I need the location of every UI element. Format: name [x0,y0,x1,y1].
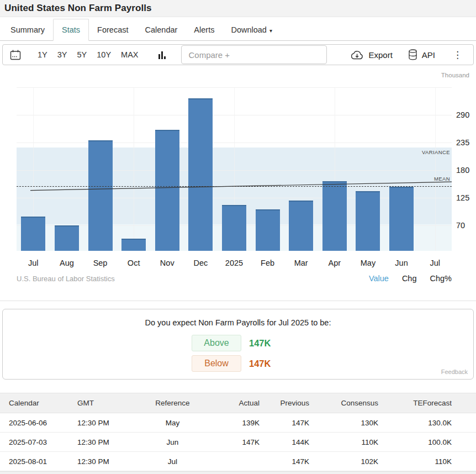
y-tick-label: 70 [456,221,465,230]
x-tick-label: Apr [318,259,352,267]
chart-plot-area[interactable]: VARIANCEMEAN [17,87,452,251]
tab-bar: SummaryStatsForecastCalendarAlertsDownlo… [0,17,476,41]
y-tick-label: 235 [456,138,469,147]
calendar-icon [9,49,22,61]
column-header-consensus[interactable]: Consensus [309,393,378,413]
tab-calendar[interactable]: Calendar [137,19,186,40]
mode-value[interactable]: Value [369,274,389,283]
x-tick-label: Jun [384,259,419,267]
section-divider [0,301,476,301]
table-cell: 110K [309,433,378,452]
table-row[interactable]: 2025-08-0112:30 PMJul147K102K110K [0,452,476,471]
export-label: Export [368,50,392,60]
table-cell: May [138,413,207,433]
calendar-range-button[interactable] [9,49,22,61]
poll-question: Do you expect Non Farm Payrolls for Jul … [3,309,473,327]
database-icon [408,49,417,60]
table-cell: 2025-07-03 [0,433,77,452]
table-cell: 2025-08-01 [0,452,77,471]
x-tick-label: Jul [418,259,452,267]
trend-line [17,87,452,251]
x-tick-label: May [351,259,385,267]
source-attribution: U.S. Bureau of Labor Statistics [17,275,115,283]
table-cell: 102K [309,452,378,471]
x-tick-label: Dec [183,259,218,267]
x-tick-label: Jul [16,259,50,267]
next-table-cutoff [0,471,476,474]
poll-options: Above 147K Below 147K [3,335,473,372]
range-button-max[interactable]: MAX [121,50,138,59]
column-header-reference[interactable]: Reference [138,393,207,413]
compare-input[interactable] [181,45,327,64]
table-row[interactable]: 2025-06-0612:30 PMMay139K147K130K130.0K [0,413,476,433]
page-title: United States Non Farm Payrolls [4,3,152,14]
api-button[interactable]: API [408,49,435,60]
range-button-10y[interactable]: 10Y [97,50,111,59]
table-cell: 130K [309,413,378,433]
mean-line [17,186,452,187]
tab-summary[interactable]: Summary [2,19,53,40]
above-threshold-value: 147K [249,338,284,349]
range-button-5y[interactable]: 5Y [77,50,87,59]
x-tick-label: Sep [83,259,118,267]
calendar-table: CalendarGMTReferenceActualPreviousConsen… [0,393,476,471]
x-tick-label: Nov [150,259,184,267]
range-button-3y[interactable]: 3Y [57,50,67,59]
poll-row-below: Below 147K [3,355,473,372]
forecast-poll: Do you expect Non Farm Payrolls for Jul … [2,309,474,380]
table-row[interactable]: 2025-07-0312:30 PMJun147K144K110K100.0K [0,433,476,452]
tab-alerts[interactable]: Alerts [186,19,223,40]
bar-icon [161,51,163,59]
table-cell: 139K [207,413,260,433]
table-cell: 110K [378,452,476,471]
overflow-menu-button[interactable]: ⋮ [451,50,464,60]
tab-stats[interactable]: Stats [53,19,89,41]
table-cell: 12:30 PM [77,452,138,471]
column-header-teforecast[interactable]: TEForecast [378,393,476,413]
x-tick-label: Feb [251,259,285,267]
column-header-previous[interactable]: Previous [260,393,309,413]
range-button-1y[interactable]: 1Y [38,50,47,59]
column-header-actual[interactable]: Actual [207,393,260,413]
tab-download[interactable]: Download▾ [223,19,281,40]
range-buttons: 1Y3Y5Y10YMAX [33,50,143,59]
x-tick-label: Mar [284,259,318,267]
table-cell: 130.0K [378,413,476,433]
variance-label: VARIANCE [422,149,450,155]
chart-mode-switch: ValueChgChg% [369,274,476,283]
payrolls-chart: Thousand VARIANCEMEAN 70125180235290 Jul… [0,69,476,284]
feedback-link[interactable]: Feedback [441,368,468,375]
table-cell: 147K [260,452,309,471]
table-cell: 147K [207,433,260,452]
tab-forecast[interactable]: Forecast [89,19,136,40]
mode-chg[interactable]: Chg [402,274,417,283]
below-button[interactable]: Below [192,355,241,372]
column-header-gmt[interactable]: GMT [77,393,138,413]
y-tick-label: 180 [456,166,469,175]
above-button[interactable]: Above [192,335,241,351]
bar-icon [158,54,160,59]
below-threshold-value: 147K [249,359,284,369]
chevron-down-icon: ▾ [269,28,272,34]
table-cell [207,452,260,471]
x-tick-label: 2025 [217,259,251,267]
column-header-calendar[interactable]: Calendar [0,393,77,413]
export-button[interactable]: Export [350,50,392,60]
table-cell: 147K [260,413,309,433]
table-cell: Jul [138,452,207,471]
table-header-row: CalendarGMTReferenceActualPreviousConsen… [0,393,476,413]
page-header: United States Non Farm Payrolls [0,0,476,17]
y-axis-unit-label: Thousand [441,72,469,78]
table-cell: 144K [260,433,309,452]
api-label: API [422,50,435,60]
table-cell: 100.0K [378,433,476,452]
toolbar-right-group: Export API ⋮ [350,49,467,60]
table-cell: Jun [138,433,207,452]
chart-type-button[interactable] [158,51,166,59]
table-cell: 12:30 PM [77,433,138,452]
chart-toolbar: 1Y3Y5Y10YMAX Export API ⋮ [2,44,474,65]
y-tick-label: 290 [456,110,469,119]
table-cell: 12:30 PM [77,413,138,433]
bar-icon [164,56,166,59]
mode-chg-[interactable]: Chg% [430,274,452,283]
